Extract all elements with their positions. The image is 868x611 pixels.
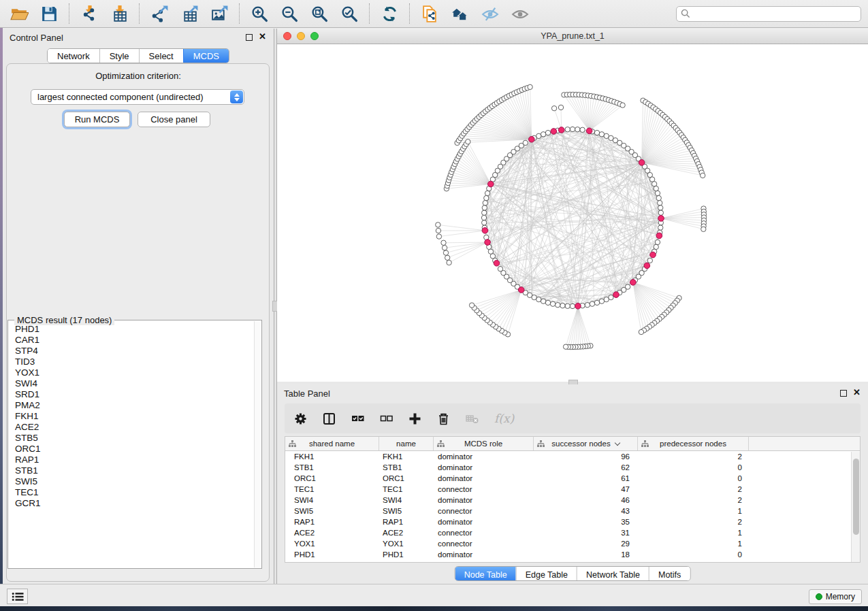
- delete-columns-icon: [437, 412, 450, 425]
- mcds-result-item[interactable]: SWI4: [15, 378, 253, 389]
- network-graph[interactable]: [277, 44, 868, 381]
- cell-shared_name: STB1: [285, 463, 379, 472]
- show-columns-button[interactable]: [323, 410, 336, 427]
- table-scrollbar[interactable]: [851, 452, 860, 562]
- search-input[interactable]: [676, 6, 861, 22]
- column-header-shared_name[interactable]: shared name: [285, 437, 379, 450]
- delete-columns-button[interactable]: [437, 410, 450, 427]
- zoom-in-button[interactable]: [244, 1, 274, 26]
- close-panel-icon[interactable]: [259, 33, 267, 42]
- scrollbar-thumb[interactable]: [853, 459, 859, 535]
- column-network-icon: [641, 440, 649, 448]
- deselect-all-rows-button[interactable]: [380, 410, 393, 427]
- duplicate-network-icon: [421, 5, 439, 23]
- mcds-result-item[interactable]: SRD1: [15, 389, 253, 400]
- mcds-result-item[interactable]: PHD1: [15, 324, 253, 335]
- mcds-result-item[interactable]: STB5: [15, 433, 253, 444]
- control-panel-tabs: NetworkStyleSelectMCDS: [47, 48, 229, 63]
- mcds-result-list[interactable]: PHD1CAR1STP4TID3YOX1SWI4SRD1PMA2FKH1ACE2…: [10, 324, 253, 567]
- network-window-titlebar: YPA_prune.txt_1: [277, 29, 868, 44]
- mcds-result-item[interactable]: TID3: [15, 357, 253, 367]
- hide-selected-button[interactable]: [475, 1, 504, 26]
- cell-successor_nodes: 61: [534, 474, 638, 482]
- mcds-result-item[interactable]: SWI5: [15, 476, 253, 487]
- tab-network[interactable]: Network: [48, 49, 99, 63]
- run-mcds-button[interactable]: Run MCDS: [64, 112, 130, 127]
- mcds-result-item[interactable]: PMA2: [15, 400, 253, 411]
- column-header-name[interactable]: name: [379, 437, 434, 450]
- mcds-result-item[interactable]: ORC1: [15, 444, 253, 455]
- table-row-SWI4[interactable]: SWI4SWI4dominator462: [285, 495, 860, 506]
- cell-successor_nodes: 18: [534, 550, 638, 559]
- mcds-result-item[interactable]: STB1: [15, 465, 253, 476]
- table-row-ACE2[interactable]: ACE2ACE2connector311: [285, 527, 860, 538]
- panel-menu-button[interactable]: [7, 589, 28, 604]
- control-panel-title: Control Panel: [10, 33, 63, 43]
- cell-shared_name: PHD1: [285, 550, 379, 559]
- node-table[interactable]: shared namenameMCDS rolesuccessor nodesp…: [285, 436, 861, 563]
- table-row-YOX1[interactable]: YOX1YOX1connector291: [285, 538, 860, 549]
- mcds-result-item[interactable]: STP4: [15, 346, 253, 357]
- create-column-button[interactable]: [408, 410, 421, 427]
- export-table-button[interactable]: [174, 1, 204, 26]
- network-canvas[interactable]: [277, 44, 868, 381]
- export-image-button[interactable]: [204, 1, 234, 26]
- column-header-mcds_role[interactable]: MCDS role: [434, 437, 534, 450]
- float-window-icon[interactable]: [246, 34, 253, 41]
- column-header-successor_nodes[interactable]: successor nodes: [534, 437, 638, 450]
- memory-button[interactable]: Memory: [809, 589, 862, 604]
- mcds-list-scrollbar[interactable]: [254, 321, 261, 567]
- zoom-fit-button[interactable]: [304, 1, 334, 26]
- mcds-result-item[interactable]: TEC1: [15, 487, 253, 498]
- search-icon: [681, 9, 690, 18]
- table-row-FKH1[interactable]: FKH1FKH1dominator962: [285, 451, 860, 462]
- cell-predecessor_nodes: 2: [638, 452, 749, 461]
- tab-select[interactable]: Select: [139, 49, 183, 63]
- tab-node-table[interactable]: Node Table: [455, 567, 516, 581]
- import-table-button[interactable]: [104, 1, 134, 26]
- duplicate-network-button[interactable]: [415, 1, 445, 26]
- cell-shared_name: FKH1: [285, 452, 379, 461]
- mcds-result-item[interactable]: CAR1: [15, 335, 253, 346]
- column-header-predecessor_nodes[interactable]: predecessor nodes: [638, 437, 749, 450]
- table-tabs: Node TableEdge TableNetwork TableMotifs: [455, 566, 691, 581]
- zoom-selected-button[interactable]: [334, 1, 364, 26]
- refresh-view-button[interactable]: [374, 1, 404, 26]
- mcds-result-item[interactable]: YOX1: [15, 367, 253, 378]
- close-panel-button[interactable]: Close panel: [138, 112, 210, 127]
- show-all-icon: [511, 5, 529, 23]
- cell-name: SWI5: [379, 507, 434, 515]
- column-network-icon: [289, 440, 296, 448]
- cell-mcds_role: connector: [434, 540, 534, 548]
- zoom-out-button[interactable]: [274, 1, 304, 26]
- tab-network-table[interactable]: Network Table: [577, 567, 649, 581]
- first-neighbors-button[interactable]: [445, 1, 475, 26]
- mcds-result-item[interactable]: RAP1: [15, 455, 253, 465]
- open-file-button[interactable]: [4, 1, 34, 26]
- cell-successor_nodes: 31: [534, 529, 638, 537]
- tab-mcds[interactable]: MCDS: [183, 49, 229, 63]
- tab-style[interactable]: Style: [99, 49, 139, 63]
- cell-successor_nodes: 62: [534, 463, 638, 472]
- close-panel-icon[interactable]: [853, 389, 861, 397]
- table-row-SWI5[interactable]: SWI5SWI5connector431: [285, 506, 860, 516]
- table-row-TEC1[interactable]: TEC1TEC1connector472: [285, 484, 860, 495]
- import-network-button[interactable]: [74, 1, 104, 26]
- tab-motifs[interactable]: Motifs: [649, 567, 690, 581]
- show-all-button[interactable]: [504, 1, 534, 26]
- cell-mcds_role: connector: [434, 529, 534, 537]
- table-row-ORC1[interactable]: ORC1ORC1dominator610: [285, 473, 860, 484]
- select-all-rows-button[interactable]: [351, 410, 364, 427]
- table-row-RAP1[interactable]: RAP1RAP1dominator352: [285, 516, 860, 527]
- table-row-STB1[interactable]: STB1STB1dominator620: [285, 462, 860, 473]
- mcds-result-item[interactable]: FKH1: [15, 411, 253, 422]
- tab-edge-table[interactable]: Edge Table: [516, 567, 577, 581]
- export-network-button[interactable]: [144, 1, 174, 26]
- mcds-result-item[interactable]: GCR1: [15, 498, 253, 509]
- save-session-button[interactable]: [34, 1, 64, 26]
- mcds-result-item[interactable]: ACE2: [15, 422, 253, 433]
- table-row-PHD1[interactable]: PHD1PHD1dominator180: [285, 549, 860, 560]
- float-window-icon[interactable]: [840, 390, 847, 397]
- table-mode-gear-button[interactable]: [294, 410, 307, 427]
- criterion-dropdown[interactable]: largest connected component (undirected): [31, 89, 244, 105]
